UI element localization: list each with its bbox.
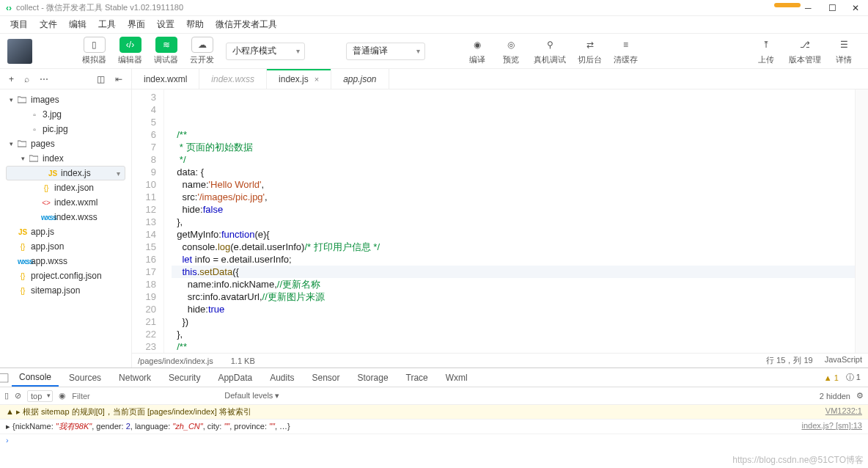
tree-index[interactable]: ▾index (0, 151, 131, 166)
tree-app.json[interactable]: {}app.json (0, 239, 131, 254)
tree-pic.jpg[interactable]: ▫pic.jpg (0, 122, 131, 136)
line-10[interactable]: hide:false (172, 203, 868, 216)
line-5[interactable]: * 页面的初始数据 (172, 141, 868, 153)
tree-sitemap.json[interactable]: {}sitemap.json (0, 283, 131, 298)
console-prompt[interactable]: › (0, 434, 868, 446)
dtab-Trace[interactable]: Trace (399, 368, 435, 387)
dtab-Storage[interactable]: Storage (350, 368, 396, 387)
tab-index.js[interactable]: index.js× (267, 69, 331, 89)
line-11[interactable]: }, (172, 216, 868, 228)
filter-input[interactable] (72, 392, 218, 401)
dtab-Audits[interactable]: Audits (262, 368, 301, 387)
background-button[interactable]: ⇄切后台 (572, 37, 608, 65)
debugger-button[interactable]: ≋调试器 (148, 37, 184, 65)
toggle-sidebar-icon[interactable]: ▯ (4, 391, 9, 401)
clear-console-button[interactable]: ⊘ (15, 391, 21, 401)
menu-文件[interactable]: 文件 (34, 18, 63, 31)
tree-pages[interactable]: ▾pages (0, 136, 131, 151)
line-3[interactable] (172, 116, 868, 128)
tree-index.json[interactable]: {}index.json (0, 180, 131, 195)
dtab-Security[interactable]: Security (161, 368, 207, 387)
line-8[interactable]: name:'Hello World', (172, 178, 868, 191)
line-16[interactable]: name:info.nickName,//更新名称 (172, 278, 868, 290)
filter-eye-icon[interactable]: ◉ (59, 391, 66, 401)
line-18[interactable]: hide:true (172, 303, 868, 315)
minimap[interactable] (855, 89, 868, 353)
line-4[interactable]: /** (172, 128, 868, 141)
maximize-button[interactable]: ☐ (828, 3, 839, 13)
dtab-Wxml[interactable]: Wxml (438, 368, 475, 387)
add-file-button[interactable]: + (9, 74, 14, 84)
line-12[interactable]: getMyInfo:function(e){ (172, 228, 868, 241)
menu-帮助[interactable]: 帮助 (180, 18, 210, 31)
inspect-button[interactable]: ⃞ (3, 368, 9, 387)
simulator-button[interactable]: ▯模拟器 (76, 37, 112, 65)
dtab-Network[interactable]: Network (111, 368, 158, 387)
info-count[interactable]: ⓘ 1 (846, 372, 861, 383)
close-button[interactable]: ✕ (852, 3, 862, 13)
tree-3.jpg[interactable]: ▫3.jpg (0, 107, 131, 122)
line-15[interactable]: this.setData({ (172, 266, 868, 278)
preview-button[interactable]: ◎预览 (494, 37, 528, 65)
context-select[interactable]: top (27, 390, 53, 402)
tree-app.js[interactable]: JSapp.js (0, 224, 131, 239)
line-21[interactable]: /** (172, 340, 868, 353)
log-row[interactable]: ▲ ▸ 根据 sitemap 的规则[0]，当前页面 [pages/index/… (0, 405, 868, 420)
code-editor[interactable]: 34567891011121314151617181920212223 /** … (132, 89, 868, 353)
log-source[interactable]: VM1232:1 (825, 406, 862, 417)
language-mode[interactable]: JavaScript (825, 355, 862, 366)
upload-button[interactable]: ⤒上传 (749, 37, 783, 65)
search-button[interactable]: ⌕ (24, 74, 29, 84)
avatar[interactable] (7, 39, 32, 64)
tree-index.js[interactable]: JSindex.js (6, 166, 125, 180)
line-13[interactable]: console.log(e.detail.userInfo)/* 打印用户信息 … (172, 241, 868, 253)
cloud-button[interactable]: ☁云开发 (184, 37, 220, 65)
warn-count[interactable]: ▲ 1 (824, 373, 839, 382)
detail-button[interactable]: ☰详情 (827, 37, 861, 65)
tree-index.wxml[interactable]: <>index.wxml (0, 195, 131, 210)
twisty-icon[interactable]: ▾ (7, 96, 15, 103)
code-lines[interactable]: /** * 页面的初始数据 */ data: { name:'Hello Wor… (164, 89, 868, 353)
tab-app.json[interactable]: app.json (331, 69, 389, 89)
collapse-button[interactable]: ⇤ (115, 74, 122, 84)
minimize-button[interactable]: ─ (805, 3, 815, 13)
line-17[interactable]: src:info.avatarUrl,//更新图片来源 (172, 290, 868, 303)
twisty-icon[interactable]: ▾ (19, 155, 26, 162)
compile-button[interactable]: ◉编译 (460, 37, 494, 65)
line-9[interactable]: src:'/images/pic.jpg', (172, 191, 868, 203)
mode-select[interactable]: 小程序模式 (226, 43, 305, 60)
tree-app.wxss[interactable]: wxssapp.wxss (0, 254, 131, 268)
line-6[interactable]: */ (172, 153, 868, 166)
settings-icon[interactable]: ⚙ (856, 391, 864, 401)
line-20[interactable]: }, (172, 328, 868, 340)
levels-select[interactable]: Default levels ▾ (224, 391, 279, 401)
close-tab-icon[interactable]: × (315, 75, 319, 84)
line-19[interactable]: }) (172, 315, 868, 328)
split-button[interactable]: ◫ (97, 74, 105, 84)
menu-工具[interactable]: 工具 (92, 18, 122, 31)
compile-mode-select[interactable]: 普通编译 (346, 43, 425, 60)
menu-编辑[interactable]: 编辑 (63, 18, 92, 31)
version-button[interactable]: ⎇版本管理 (783, 37, 827, 65)
tab-index.wxss[interactable]: index.wxss (199, 69, 267, 89)
line-14[interactable]: let info = e.detail.userInfo; (172, 253, 868, 266)
menu-微信开发者工具[interactable]: 微信开发者工具 (210, 18, 283, 31)
clear-cache-button[interactable]: ≡清缓存 (608, 37, 644, 65)
tree-index.wxss[interactable]: wxssindex.wxss (0, 210, 131, 224)
tree-project.config.json[interactable]: {}project.config.json (0, 268, 131, 283)
menu-界面[interactable]: 界面 (122, 18, 151, 31)
tree-images[interactable]: ▾images (0, 92, 131, 107)
remote-debug-button[interactable]: ⚲真机调试 (528, 37, 572, 65)
log-row[interactable]: ▸ {nickName: "我有98K", gender: 2, languag… (0, 420, 868, 434)
menu-设置[interactable]: 设置 (151, 18, 180, 31)
line-7[interactable]: data: { (172, 166, 868, 178)
menu-项目[interactable]: 项目 (4, 18, 34, 31)
console-log[interactable]: ▲ ▸ 根据 sitemap 的规则[0]，当前页面 [pages/index/… (0, 405, 868, 468)
editor-button[interactable]: ‹/›编辑器 (112, 37, 148, 65)
dtab-AppData[interactable]: AppData (210, 368, 260, 387)
dtab-Console[interactable]: Console (12, 368, 59, 387)
log-source[interactable]: index.js? [sm]:13 (801, 421, 862, 432)
tab-index.wxml[interactable]: index.wxml (132, 69, 199, 89)
twisty-icon[interactable]: ▾ (7, 140, 15, 147)
dtab-Sources[interactable]: Sources (62, 368, 108, 387)
